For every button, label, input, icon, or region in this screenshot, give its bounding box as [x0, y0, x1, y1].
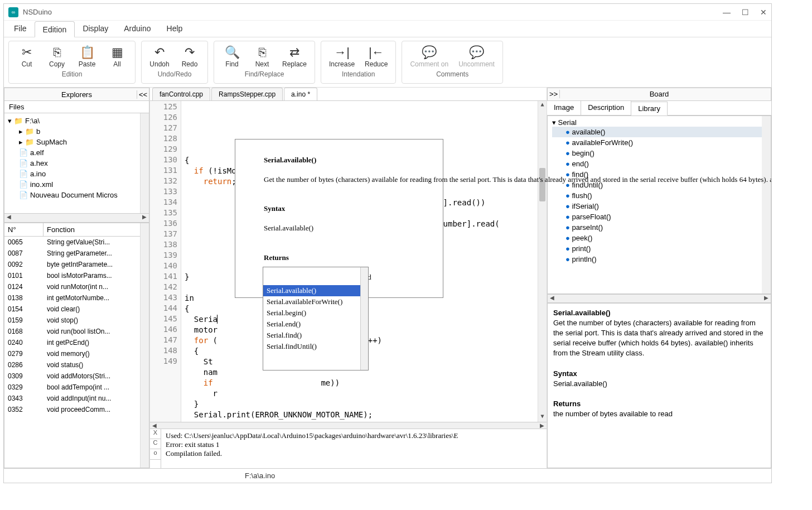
func-row[interactable]: 0329bool addTempo(int ... — [4, 382, 149, 393]
board-tab-image[interactable]: Image — [547, 101, 581, 115]
scroll-up-icon[interactable]: ▲ — [538, 101, 547, 110]
ribbon-copy[interactable]: ⎘Copy — [42, 44, 71, 69]
func-row[interactable]: 0101bool isMotorParams... — [4, 270, 149, 281]
lib-item[interactable]: ● availableForWrite() — [552, 137, 766, 148]
tree-item[interactable]: 📄 a.hex — [6, 158, 148, 169]
scroll-right-icon[interactable]: ▶ — [140, 214, 149, 222]
code-line[interactable]: if me)) — [185, 378, 543, 389]
scroll-right-icon[interactable]: ▶ — [762, 295, 771, 302]
func-row[interactable]: 0168void run(bool listOn... — [4, 326, 149, 337]
tree-item[interactable]: ▸ 📁 b — [6, 126, 148, 137]
menu-help[interactable]: Help — [159, 21, 191, 37]
autocomplete-item[interactable]: Serial.find() — [263, 330, 368, 341]
editor-tab[interactable]: fanControl.cpp — [152, 88, 210, 100]
lib-root[interactable]: ▾ Serial — [552, 118, 766, 127]
tree-item[interactable]: 📄 a.ino — [6, 169, 148, 179]
code-line[interactable]: } — [185, 400, 543, 410]
output-body[interactable]: Used: C:\Users\jeanluc\AppData\Local\Ard… — [161, 429, 547, 468]
tree-root[interactable]: ▾ 📁 F:\a\ — [6, 116, 148, 126]
file-tree[interactable]: ▾ 📁 F:\a\ ▸ 📁 b▸ 📁 SupMach📄 a.elf📄 a.hex… — [4, 113, 149, 214]
autocomplete-item[interactable]: Serial.findUntil() — [263, 341, 368, 352]
code-line[interactable]: Serial.print(ERROR_UNKNOW_MOTOR_NAME); — [185, 410, 543, 421]
lib-item[interactable]: ● flush() — [552, 190, 766, 201]
explorers-collapse-button[interactable]: << — [137, 90, 149, 99]
func-row[interactable]: 0159void stop() — [4, 315, 149, 326]
tree-item[interactable]: 📄 a.elf — [6, 147, 148, 158]
lib-item[interactable]: ● begin() — [552, 148, 766, 158]
scroll-left-icon[interactable]: ◀ — [4, 214, 13, 222]
ribbon-redo[interactable]: ↷Redo — [175, 44, 204, 69]
func-row[interactable]: 0240int getPcEnd() — [4, 337, 149, 348]
autocomplete-item[interactable]: Serial.begin() — [263, 307, 368, 319]
lib-scrollbar[interactable] — [762, 116, 771, 294]
menu-arduino[interactable]: Arduino — [116, 21, 158, 37]
ribbon-reduce[interactable]: |←Reduce — [360, 44, 392, 69]
func-row[interactable]: 0352void proceedComm... — [4, 404, 149, 415]
ribbon-find[interactable]: 🔍Find — [218, 44, 246, 69]
lib-item[interactable]: ● ifSerial() — [552, 201, 766, 211]
func-row[interactable]: 0279void memory() — [4, 348, 149, 359]
lib-item[interactable]: ● available() — [552, 127, 766, 137]
lib-item[interactable]: ● end() — [552, 158, 766, 169]
library-tree[interactable]: ▾ Serial ● available()● availableForWrit… — [547, 116, 771, 294]
output-side-button[interactable] — [150, 460, 161, 468]
tree-item[interactable]: 📄 Nouveau Document Micros — [6, 190, 148, 200]
autocomplete-scrollbar[interactable] — [360, 267, 368, 370]
lib-item[interactable]: ● parseInt() — [552, 222, 766, 233]
autocomplete-item[interactable]: Serial.available() — [263, 285, 368, 296]
board-collapse-button[interactable]: >> — [548, 90, 560, 98]
lib-item[interactable]: ● print() — [552, 243, 766, 254]
output-side-button[interactable]: o — [150, 449, 161, 459]
lib-item[interactable]: ● parseFloat() — [552, 211, 766, 222]
func-row[interactable]: 0087String getParameter... — [4, 248, 149, 259]
menu-file[interactable]: File — [6, 21, 35, 37]
board-tab-library[interactable]: Library — [631, 102, 668, 116]
func-row[interactable]: 0286void status() — [4, 359, 149, 371]
output-side-buttons[interactable]: XCoSo — [150, 429, 161, 468]
scroll-left-icon[interactable]: ◀ — [150, 422, 159, 429]
editor-hscroll[interactable]: ◀ ▶ — [150, 422, 547, 429]
menu-display[interactable]: Display — [75, 21, 116, 37]
ribbon-paste[interactable]: 📋Paste — [72, 44, 102, 69]
ribbon-undoh[interactable]: ↶Undoh — [145, 44, 174, 69]
code-area[interactable]: Serial.available() Get the number of byt… — [181, 101, 547, 422]
ribbon-next[interactable]: ⎘Next — [248, 44, 277, 69]
editor-tab[interactable]: a.ino * — [284, 88, 317, 100]
code-editor[interactable]: 1251261271281291301311321331341351361371… — [150, 101, 547, 422]
editor-vscroll[interactable]: ▲ ▼ — [538, 101, 547, 422]
func-scrollbar[interactable] — [140, 223, 149, 468]
func-row[interactable]: 0138int getMotorNumbe... — [4, 292, 149, 304]
func-row[interactable]: 0124void runMotor(int n... — [4, 281, 149, 292]
editor-tab[interactable]: RampsStepper.cpp — [211, 88, 283, 100]
ribbon-all[interactable]: ▦All — [103, 44, 132, 69]
output-side-button[interactable]: C — [150, 439, 161, 449]
scroll-down-icon[interactable]: ▼ — [538, 413, 547, 422]
board-tab-description[interactable]: Description — [581, 101, 631, 115]
autocomplete-item[interactable]: Serial.end() — [263, 319, 368, 330]
minimize-button[interactable]: — — [723, 8, 731, 17]
file-tree-hscroll[interactable]: ◀ ▶ — [4, 214, 149, 223]
func-row[interactable]: 0065String getValue(Stri... — [4, 237, 149, 248]
tree-item[interactable]: ▸ 📁 SupMach — [6, 137, 148, 147]
file-tree-scrollbar[interactable] — [140, 113, 149, 213]
autocomplete-item[interactable]: Serial.availableForWrite() — [263, 296, 368, 307]
func-col-name[interactable]: Fonction — [44, 223, 149, 236]
menu-edition[interactable]: Edition — [35, 21, 75, 37]
ribbon-increase[interactable]: →|Increase — [325, 44, 359, 69]
function-table[interactable]: N° Fonction 0065String getValue(Stri...0… — [4, 223, 149, 468]
func-row[interactable]: 0154void clear() — [4, 304, 149, 315]
ribbon-cut[interactable]: ✂Cut — [12, 44, 41, 69]
scroll-left-icon[interactable]: ◀ — [548, 295, 557, 302]
lib-item[interactable]: ● println() — [552, 254, 766, 264]
scroll-thumb[interactable] — [539, 168, 545, 201]
func-row[interactable]: 0343void addInput(int nu... — [4, 393, 149, 404]
lib-item[interactable]: ● peek() — [552, 233, 766, 243]
close-button[interactable]: ✕ — [760, 8, 767, 17]
maximize-button[interactable]: ☐ — [742, 8, 749, 17]
output-side-button[interactable]: X — [150, 429, 161, 439]
code-line[interactable]: r — [185, 389, 543, 400]
autocomplete-popup[interactable]: Serial.available()Serial.availableForWri… — [263, 267, 369, 371]
tree-item[interactable]: 📄 ino.xml — [6, 179, 148, 190]
func-row[interactable]: 0092byte getIntParamete... — [4, 259, 149, 270]
scroll-right-icon[interactable]: ▶ — [538, 422, 547, 429]
